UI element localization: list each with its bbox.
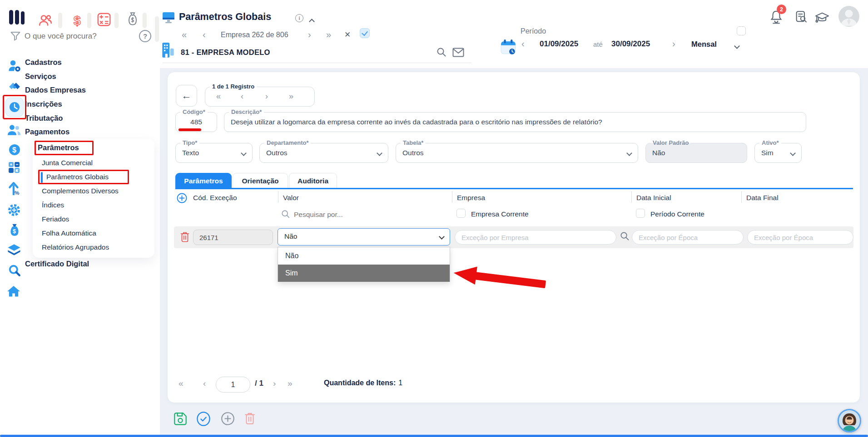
company-next-button[interactable]: › <box>308 30 311 39</box>
topbar-separator <box>143 13 147 28</box>
collapse-header-icon[interactable] <box>310 17 314 25</box>
graduation-cap-icon[interactable] <box>814 11 830 25</box>
row-data-final-input[interactable] <box>747 230 853 245</box>
user-settings-icon[interactable] <box>8 59 21 74</box>
record-next-button[interactable]: › <box>265 92 268 100</box>
calendar-icon <box>501 39 517 58</box>
confirm-button[interactable] <box>196 411 211 428</box>
period-mode-chevron-icon[interactable] <box>735 42 739 50</box>
add-button[interactable] <box>221 412 235 427</box>
descricao-field[interactable]: Descrição* Deseja utilizar a logomarca d… <box>224 112 806 132</box>
record-prev-button[interactable]: ‹ <box>241 92 243 100</box>
page-number-input[interactable]: 1 <box>216 377 250 393</box>
page-total: / 1 <box>255 379 263 388</box>
period-checkbox[interactable] <box>737 26 746 35</box>
row-empresa-input[interactable] <box>455 230 616 245</box>
codigo-label: Código* <box>180 108 208 115</box>
company-mail-icon[interactable] <box>452 48 464 59</box>
grid-search-input[interactable] <box>294 209 385 220</box>
sidebar-item-dados-empresas[interactable]: Dados Empresas <box>25 86 86 94</box>
save-button[interactable] <box>174 412 187 427</box>
sidebar-item-cadastros[interactable]: Cadastros <box>25 58 62 67</box>
submenu-item-junta-comercial[interactable]: Junta Comercial <box>42 159 93 167</box>
submenu-item-parametros-globais[interactable]: Parâmetros Globais <box>46 173 109 181</box>
money-bag-blue-icon[interactable]: $ <box>8 223 21 239</box>
add-row-button[interactable] <box>177 193 187 205</box>
company-prev-button[interactable]: ‹ <box>203 30 206 39</box>
dollar-circle-icon[interactable]: $ <box>8 143 21 158</box>
search-input[interactable] <box>25 30 120 43</box>
calculator-red-icon[interactable] <box>97 13 111 28</box>
row-cod-excecao-input[interactable] <box>193 230 273 245</box>
empresa-corrente-checkbox[interactable] <box>456 209 466 218</box>
calculator-blue-icon[interactable] <box>8 162 20 175</box>
dropdown-option-sim[interactable]: Sim <box>278 265 450 282</box>
row-data-inicial-input[interactable] <box>632 230 744 245</box>
tipo-select[interactable]: Tipo* Texto <box>175 143 253 163</box>
submenu-item-complementos-diversos[interactable]: Complementos Diversos <box>42 187 119 195</box>
page-last-button[interactable]: » <box>288 379 293 388</box>
search-rail-icon[interactable] <box>8 264 21 279</box>
submenu-item-folha-automatica[interactable]: Folha Automática <box>42 229 96 237</box>
support-avatar[interactable] <box>838 409 861 432</box>
building-icon <box>161 42 175 61</box>
period-end-date[interactable]: 30/09/2025 <box>611 39 650 49</box>
departamento-chevron-icon <box>377 150 382 156</box>
sidebar-item-inscricoes[interactable]: Inscrições <box>25 100 62 108</box>
delete-row-icon[interactable] <box>180 231 189 245</box>
filter-icon[interactable] <box>10 31 21 44</box>
dropdown-option-nao[interactable]: Não <box>278 247 450 265</box>
back-button[interactable]: ← <box>176 85 197 107</box>
layers-icon[interactable] <box>7 244 21 257</box>
company-filter-checkbox[interactable] <box>360 28 370 38</box>
row-valor-select[interactable]: Não <box>278 228 450 246</box>
document-search-icon[interactable] <box>795 10 808 26</box>
departamento-select[interactable]: Departamento* Outros <box>259 143 388 163</box>
company-last-button[interactable]: » <box>326 30 331 39</box>
page-prev-button[interactable]: ‹ <box>203 379 206 388</box>
submenu-item-relatorios-agrupados[interactable]: Relatórios Agrupados <box>42 243 109 251</box>
company-search-icon[interactable] <box>436 47 447 59</box>
sidebar-item-tributacao[interactable]: Tributação <box>25 114 63 123</box>
period-start-date[interactable]: 01/09/2025 <box>540 39 578 49</box>
user-avatar[interactable] <box>838 6 859 27</box>
company-first-button[interactable]: « <box>182 30 187 39</box>
tab-parametros[interactable]: Parâmetros <box>175 173 232 188</box>
tipo-chevron-icon <box>241 150 247 156</box>
gear-icon[interactable] <box>7 203 21 219</box>
money-bag-gray-icon[interactable] <box>126 12 139 28</box>
column-header-data-inicial: Data Inicial <box>636 194 671 202</box>
periodo-corrente-checkbox[interactable] <box>636 209 645 218</box>
page-first-button[interactable]: « <box>179 379 184 388</box>
delete-button[interactable] <box>244 412 255 427</box>
users-blue-icon[interactable] <box>7 124 21 138</box>
tabela-select[interactable]: Tabela* Outros <box>396 143 638 163</box>
row-empresa-search-icon[interactable] <box>620 231 630 243</box>
period-mode-select[interactable]: Mensal <box>691 40 717 49</box>
submenu-item-feriados[interactable]: Feriados <box>42 215 69 223</box>
page-next-button[interactable]: › <box>273 379 276 388</box>
sidebar-item-servicos[interactable]: Serviços <box>25 72 56 81</box>
period-prev-button[interactable]: ‹ <box>521 39 525 48</box>
trending-up-icon[interactable]: % <box>8 182 20 197</box>
sidebar-item-pagamentos[interactable]: Pagamentos <box>25 128 69 136</box>
company-clear-icon[interactable]: ✕ <box>344 30 351 39</box>
home-icon[interactable] <box>7 285 20 300</box>
money-icon[interactable]: $ <box>72 12 84 30</box>
tab-orientacao[interactable]: Orientação <box>233 173 288 188</box>
record-first-button[interactable]: « <box>216 92 221 100</box>
handshake-icon[interactable] <box>7 81 22 94</box>
period-next-button[interactable]: › <box>672 39 675 48</box>
sidebar-item-certificado-digital[interactable]: Certificado Digital <box>25 260 89 268</box>
sidebar-divider <box>155 16 159 42</box>
submenu-item-indices[interactable]: Índices <box>42 201 64 209</box>
clients-icon[interactable] <box>38 14 53 28</box>
sidebar-item-parametros[interactable]: Parâmetros <box>38 143 79 152</box>
info-icon[interactable]: i <box>295 14 303 22</box>
record-last-button[interactable]: » <box>289 92 293 100</box>
clock-icon[interactable] <box>5 98 24 117</box>
help-icon[interactable]: ? <box>139 30 151 42</box>
ativo-select[interactable]: Ativo* Sim <box>754 143 802 163</box>
periodo-corrente-label: Período Corrente <box>650 210 704 218</box>
tab-auditoria[interactable]: Auditoria <box>289 173 337 188</box>
